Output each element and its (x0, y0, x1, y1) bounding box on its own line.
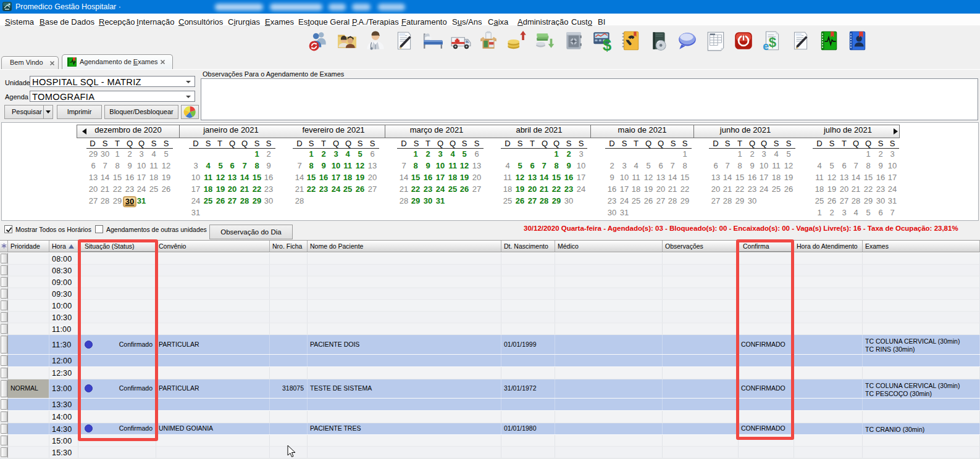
svg-text:$: $ (603, 36, 611, 52)
svg-text:$: $ (769, 35, 777, 50)
svg-text:e: e (763, 40, 769, 52)
